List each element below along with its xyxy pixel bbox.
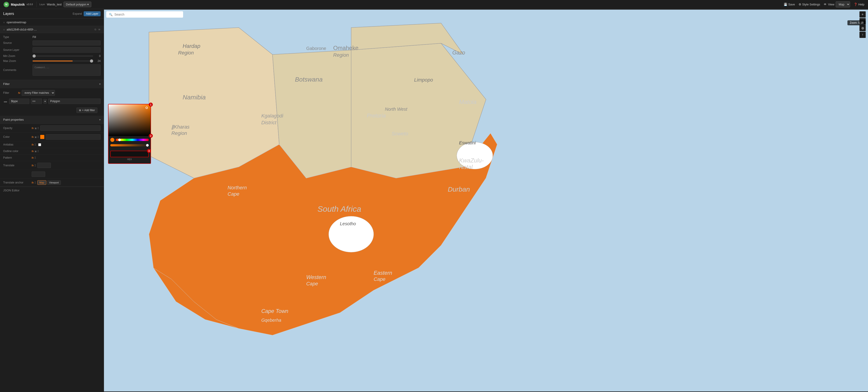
svg-text:Omaheke: Omaheke bbox=[333, 45, 359, 51]
antialias-checkbox[interactable] bbox=[38, 143, 41, 146]
min-zoom-label: Min Zoom bbox=[3, 55, 33, 58]
zoom-in-button[interactable]: + bbox=[860, 11, 866, 18]
fx-icon-translate[interactable]: fx bbox=[32, 164, 34, 167]
add-layer-button[interactable]: Add Layer bbox=[84, 11, 101, 16]
hue-slider-wrap: 1 bbox=[110, 138, 149, 142]
search-icon: 🔍 bbox=[109, 13, 113, 16]
color-gradient-box[interactable] bbox=[108, 104, 151, 136]
view-icon: 👁 bbox=[824, 3, 827, 6]
visibility-icon[interactable]: 👁 bbox=[98, 28, 101, 31]
type-value: Fill bbox=[33, 35, 101, 39]
layer-type-button[interactable]: Default polygon ▾ bbox=[64, 2, 91, 7]
hex-input[interactable]: #FF7800 bbox=[110, 151, 149, 157]
fx-icon-outline[interactable]: fx bbox=[32, 150, 34, 153]
max-zoom-slider[interactable] bbox=[33, 61, 93, 61]
filter-op-arrow-button[interactable]: ▾ bbox=[43, 99, 47, 104]
save-button[interactable]: 💾 Save bbox=[784, 3, 795, 6]
color-row: Color fx ▣ Σ #ff7800 bbox=[0, 133, 104, 141]
hex-label: HEX bbox=[108, 158, 151, 161]
opacity-row: Opacity fx ▣ Σ 0.8 bbox=[0, 124, 104, 133]
color-hex-input[interactable]: #ff7800 bbox=[46, 134, 101, 140]
gear-icon: ⚙ bbox=[799, 3, 801, 6]
outline-sum-icon[interactable]: Σ bbox=[37, 150, 39, 153]
filter-section-header[interactable]: Filter ▾ bbox=[0, 80, 104, 88]
badge-1: 1 bbox=[149, 103, 153, 107]
filter-delete-button[interactable]: ▬ bbox=[3, 99, 8, 103]
antialias-label: Antialias bbox=[3, 143, 30, 146]
color-swatch[interactable] bbox=[40, 135, 44, 139]
color-icons: fx ▣ Σ bbox=[32, 136, 39, 138]
app-version: v2.0.0 bbox=[26, 3, 33, 6]
fx-icon-opacity[interactable]: fx bbox=[32, 127, 34, 129]
badge-3: 3 bbox=[147, 149, 151, 153]
layer-name-area: Layer Wards_test Default polygon ▾ bbox=[36, 2, 94, 7]
outline-color-row: Outline color fx ▣ Σ bbox=[0, 148, 104, 155]
svg-text:Pretoria: Pretoria bbox=[367, 112, 386, 119]
max-zoom-value: 24 bbox=[95, 59, 101, 63]
svg-text:Botswana: Botswana bbox=[295, 76, 322, 83]
fx-icon-color[interactable]: fx bbox=[32, 136, 34, 138]
layer-item-openstreetmap[interactable]: ○ openstreetmap bbox=[0, 19, 104, 26]
fx-icon-anchor[interactable]: fx bbox=[32, 182, 34, 184]
fx-icon-pattern[interactable]: fx bbox=[32, 157, 34, 159]
opacity-input[interactable]: 0.8 bbox=[40, 125, 101, 131]
svg-text:Durban: Durban bbox=[448, 186, 470, 193]
compass-button[interactable]: ↑ bbox=[860, 32, 866, 38]
translate-map-button[interactable]: Map bbox=[37, 180, 46, 185]
fx-icon-antialias[interactable]: fx bbox=[32, 143, 34, 146]
translate-sum-icon[interactable]: Σ bbox=[35, 164, 36, 167]
opacity-sum-icon[interactable]: Σ bbox=[37, 127, 39, 129]
translate-viewport-button[interactable]: Viewport bbox=[47, 180, 61, 185]
search-input[interactable] bbox=[114, 13, 180, 16]
antialias-sum-icon[interactable]: Σ bbox=[35, 143, 36, 146]
expand-button[interactable]: Expand bbox=[73, 11, 82, 16]
zoom-badge: Zoom: 5.18 bbox=[847, 20, 866, 25]
svg-text:Namibia: Namibia bbox=[183, 94, 206, 101]
anchor-sum-icon[interactable]: Σ bbox=[35, 182, 36, 184]
source-layer-input[interactable]: default bbox=[33, 47, 101, 53]
translate-icons: fx Σ bbox=[32, 164, 36, 167]
filter-field-input[interactable] bbox=[9, 99, 29, 104]
max-zoom-row: Max Zoom 24 bbox=[3, 59, 101, 63]
paint-section-header[interactable]: Paint properties ▾ bbox=[0, 116, 104, 124]
translate-x-input[interactable]: 0 bbox=[37, 163, 51, 168]
view-select[interactable]: Map bbox=[836, 1, 850, 7]
pattern-icons: fx Σ bbox=[32, 157, 36, 159]
north-button[interactable]: ⊕ bbox=[860, 25, 866, 31]
help-button[interactable]: ❓ Help bbox=[854, 3, 864, 6]
svg-text:Region: Region bbox=[333, 52, 349, 58]
filter-toggle-icon: ▾ bbox=[99, 83, 101, 86]
style-settings-button[interactable]: ⚙ Style Settings bbox=[799, 3, 820, 6]
source-input[interactable]: a8d1264f-cb1d-485F-8fc6-2973 bbox=[33, 40, 101, 45]
comments-textarea[interactable] bbox=[33, 64, 101, 76]
sidebar: Layers Expand Add Layer ○ openstreetmap … bbox=[0, 9, 104, 392]
layer-item-a8d[interactable]: ○ a8d1264f-cb1d-485f-… ⧉ 👁 bbox=[0, 26, 104, 33]
svg-text:Cape Town: Cape Town bbox=[261, 308, 288, 314]
color-expr-icon[interactable]: ▣ bbox=[35, 136, 37, 138]
svg-text:North West: North West bbox=[385, 107, 408, 111]
layer-label-top: Layer bbox=[39, 3, 45, 6]
copy-icon[interactable]: ⧉ bbox=[94, 28, 96, 31]
svg-text:Soweto: Soweto bbox=[392, 131, 408, 136]
filter-value-input[interactable] bbox=[48, 99, 101, 104]
translate-anchor-row: Translate anchor fx Σ Map Viewport bbox=[0, 179, 104, 187]
translate-y-input[interactable]: 0 bbox=[32, 171, 45, 177]
layers-title: Layers bbox=[3, 12, 14, 16]
min-zoom-slider[interactable] bbox=[33, 56, 93, 57]
svg-text:KwaZulu-: KwaZulu- bbox=[459, 157, 484, 164]
hue-slider[interactable] bbox=[116, 139, 149, 141]
alpha-slider[interactable] bbox=[110, 144, 149, 146]
paint-toggle-icon: ▾ bbox=[99, 118, 101, 121]
filter-mode-select[interactable]: every Filter matches bbox=[22, 90, 55, 96]
opacity-expr-icon[interactable]: ▣ bbox=[35, 127, 37, 129]
filter-op-input[interactable] bbox=[31, 99, 42, 104]
color-preview-dot bbox=[110, 138, 114, 142]
translate-anchor-label: Translate anchor bbox=[3, 181, 30, 184]
add-filter-button[interactable]: ⊕ + Add filter bbox=[76, 107, 97, 113]
topbar-right: 💾 Save ⚙ Style Settings 👁 View Map ❓ Hel… bbox=[780, 1, 868, 7]
translate-row2: 0 bbox=[0, 170, 104, 179]
color-sum-icon[interactable]: Σ bbox=[37, 136, 39, 138]
pattern-sum-icon[interactable]: Σ bbox=[35, 157, 36, 159]
outline-expr-icon[interactable]: ▣ bbox=[35, 150, 37, 153]
type-section: Type Fill Source a8d1264f-cb1d-485F-8fc6… bbox=[0, 33, 104, 80]
